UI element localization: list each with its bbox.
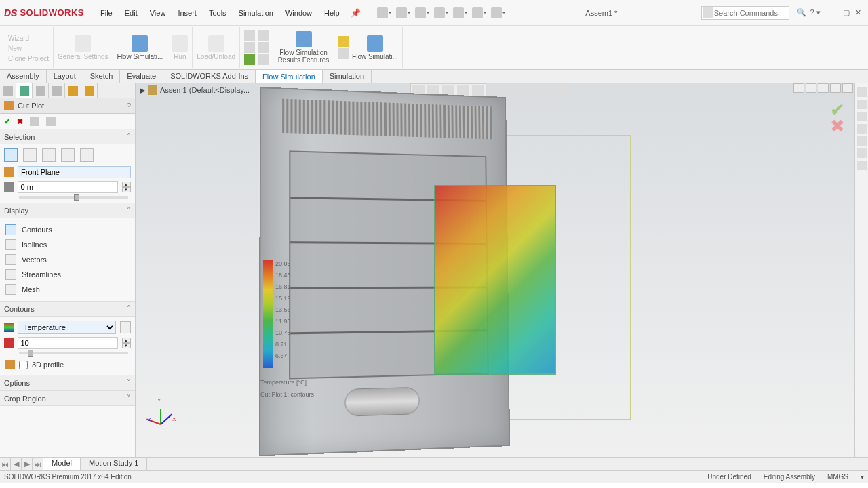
- vp-maximize-icon[interactable]: [830, 83, 841, 93]
- insert-icon-4[interactable]: [258, 30, 269, 41]
- close-icon[interactable]: ✕: [853, 7, 864, 18]
- flow-sim-tree-tab[interactable]: [81, 83, 98, 98]
- flyout-feature-tree[interactable]: ▶ Assem1 (Default<Display...: [140, 85, 250, 95]
- vp-new-window-icon[interactable]: [793, 83, 804, 93]
- insert-icon-5[interactable]: [258, 42, 269, 53]
- tab-flow-simulation[interactable]: Flow Simulation: [256, 70, 323, 83]
- ribbon-results-group[interactable]: Flow Simulation Results Features: [273, 27, 334, 68]
- pm-cancel-button[interactable]: ✖: [17, 117, 23, 126]
- ribbon-load-group[interactable]: Load/Unload: [193, 27, 240, 68]
- minimize-icon[interactable]: —: [829, 7, 840, 18]
- display-streamlines-toggle[interactable]: Streamlines: [4, 267, 131, 282]
- sel-mode-5-icon[interactable]: [80, 148, 94, 162]
- qat-undo-icon[interactable]: [453, 7, 464, 18]
- section-crop-header[interactable]: Crop Region˅: [0, 390, 135, 406]
- tab-addins[interactable]: SOLIDWORKS Add-Ins: [163, 70, 256, 83]
- plane-mode-icon[interactable]: [4, 148, 18, 162]
- tab-evaluate[interactable]: Evaluate: [120, 70, 163, 83]
- taskpane-appearances-icon[interactable]: [857, 136, 867, 146]
- ribbon-flowsim-group[interactable]: Flow Simulati...: [113, 27, 168, 68]
- section-contours-header[interactable]: Contours˄: [0, 301, 135, 317]
- taskpane-view-palette-icon[interactable]: [857, 124, 867, 134]
- tree-expand-icon[interactable]: ▶: [140, 86, 145, 95]
- flow-sim2-button[interactable]: Flow Simulati...: [352, 35, 398, 60]
- qat-print-icon[interactable]: [434, 7, 445, 18]
- ribbon-general-group[interactable]: General Settings: [54, 27, 113, 68]
- menu-edit[interactable]: Edit: [119, 6, 143, 20]
- display-isolines-toggle[interactable]: Isolines: [4, 237, 131, 252]
- parameter-select[interactable]: Temperature: [18, 321, 116, 334]
- menu-view[interactable]: View: [144, 6, 172, 20]
- feature-manager-tab[interactable]: [0, 83, 16, 98]
- confirmation-cancel-icon[interactable]: ✖: [830, 116, 845, 137]
- insert-icon-2[interactable]: [244, 42, 255, 53]
- tab-sketch[interactable]: Sketch: [83, 70, 121, 83]
- new-button[interactable]: New: [8, 45, 22, 52]
- tab-model[interactable]: Model: [43, 458, 81, 470]
- disp-icon-1[interactable]: [338, 36, 349, 47]
- help-dropdown-icon[interactable]: ? ▾: [808, 8, 822, 17]
- dimxpert-tab[interactable]: [49, 83, 65, 98]
- tab-motion-study[interactable]: Motion Study 1: [81, 458, 147, 470]
- orientation-triad[interactable]: Y X Z: [148, 401, 178, 428]
- search-icon[interactable]: 🔍: [795, 8, 808, 17]
- pin-icon[interactable]: 📌: [351, 8, 361, 18]
- vp-close-icon[interactable]: [842, 83, 853, 93]
- pm-detailed-preview-icon[interactable]: [46, 117, 56, 126]
- display-vectors-toggle[interactable]: Vectors: [4, 252, 131, 267]
- qat-save-icon[interactable]: [415, 7, 426, 18]
- taskpane-forum-icon[interactable]: [857, 161, 867, 170]
- plane-input[interactable]: [18, 166, 131, 178]
- taskpane-design-library-icon[interactable]: [857, 100, 867, 109]
- graphics-viewport[interactable]: ▶ Assem1 (Default<Display... ✔ ✖: [136, 83, 854, 457]
- menu-window[interactable]: Window: [280, 6, 317, 20]
- display-contours-toggle[interactable]: Contours: [4, 222, 131, 237]
- display-mesh-toggle[interactable]: Mesh: [4, 282, 131, 297]
- sel-mode-4-icon[interactable]: [61, 148, 75, 162]
- insert-icon-3[interactable]: [244, 54, 255, 65]
- display-manager-tab[interactable]: [65, 83, 81, 98]
- levels-slider[interactable]: [19, 352, 128, 354]
- menu-simulation[interactable]: Simulation: [233, 6, 279, 20]
- pm-ok-button[interactable]: ✔: [4, 117, 10, 126]
- tab-next-icon[interactable]: ▶: [22, 458, 33, 470]
- slider-thumb[interactable]: [74, 194, 79, 201]
- tab-prev-icon[interactable]: ◀: [11, 458, 22, 470]
- section-selection-header[interactable]: Selection˄: [0, 129, 135, 144]
- offset-spinner[interactable]: ▴▾: [122, 182, 132, 192]
- vp-link-icon[interactable]: [806, 83, 816, 93]
- status-units[interactable]: MMGS: [827, 473, 848, 481]
- levels-spinner[interactable]: ▴▾: [122, 338, 132, 348]
- profile-3d-checkbox[interactable]: [19, 361, 28, 369]
- qat-new-icon[interactable]: [377, 7, 388, 18]
- levels-input[interactable]: [18, 337, 118, 349]
- tab-simulation[interactable]: Simulation: [323, 70, 372, 83]
- section-options-header[interactable]: Options˅: [0, 375, 135, 390]
- vp-minimize-icon[interactable]: [818, 83, 829, 93]
- tab-assembly[interactable]: Assembly: [0, 70, 47, 83]
- tab-last-icon[interactable]: ⏭: [33, 458, 43, 470]
- wizard-button[interactable]: Wizard: [8, 35, 29, 42]
- insert-icon-6[interactable]: [258, 54, 269, 65]
- menu-insert[interactable]: Insert: [172, 6, 202, 20]
- insert-icon-1[interactable]: [244, 30, 255, 41]
- tab-layout[interactable]: Layout: [47, 70, 83, 83]
- section-display-header[interactable]: Display˄: [0, 203, 135, 218]
- menu-tools[interactable]: Tools: [203, 6, 232, 20]
- status-more-icon[interactable]: ▾: [861, 473, 864, 481]
- menu-file[interactable]: File: [95, 6, 118, 20]
- qat-open-icon[interactable]: [396, 7, 407, 18]
- config-manager-tab[interactable]: [33, 83, 49, 98]
- qat-rebuild-icon[interactable]: [472, 7, 483, 18]
- taskpane-file-explorer-icon[interactable]: [857, 112, 867, 121]
- sel-mode-3-icon[interactable]: [42, 148, 56, 162]
- offset-input[interactable]: [18, 181, 118, 193]
- menu-help[interactable]: Help: [319, 6, 345, 20]
- maximize-icon[interactable]: ▢: [841, 7, 852, 18]
- pm-help-icon[interactable]: ?: [127, 102, 131, 110]
- property-manager-tab[interactable]: [16, 83, 33, 98]
- offset-slider[interactable]: [19, 196, 128, 199]
- tab-first-icon[interactable]: ⏮: [0, 458, 11, 470]
- search-input[interactable]: [714, 9, 789, 17]
- slider-thumb[interactable]: [28, 350, 33, 357]
